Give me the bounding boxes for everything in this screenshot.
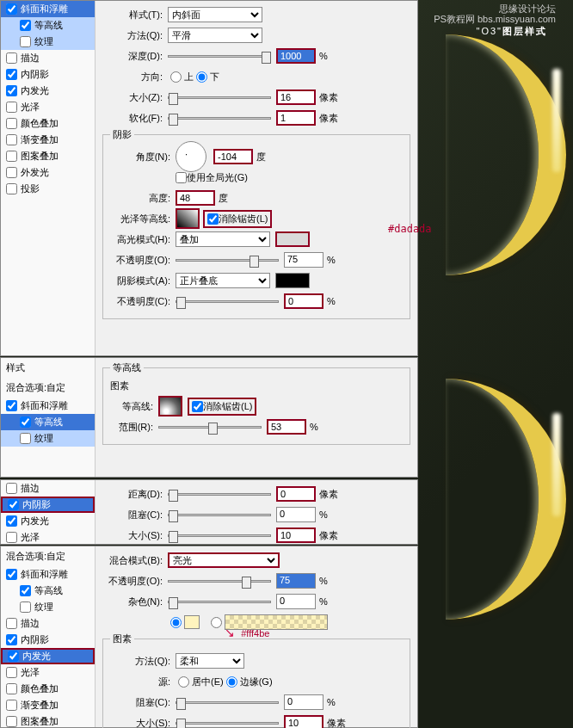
size4-input[interactable]: 10 [284,715,323,728]
sidebar-item-颜色叠加[interactable]: 颜色叠加 [1,115,95,132]
sidebar-check[interactable] [6,667,17,678]
opacity-input[interactable]: 75 [284,252,323,268]
choke4-input[interactable]: 0 [284,694,323,710]
method-select[interactable]: 平滑 [168,28,262,43]
sidebar-item-内发光[interactable]: 内发光 [1,513,95,529]
shadow-mode-select[interactable]: 正片叠底 [176,273,270,288]
blend-select[interactable]: 亮光 [168,552,280,568]
sidebar-item-纹理[interactable]: 纹理 [1,34,95,50]
depth-input[interactable]: 1000 [276,48,316,64]
glow-color-radio[interactable] [170,617,182,628]
soften-slider[interactable] [168,117,271,120]
antialias-check[interactable] [207,213,219,225]
opacity2-input[interactable]: 0 [284,293,323,309]
shadow-swatch[interactable] [275,273,310,288]
sidebar-check[interactable] [20,585,31,596]
hilite-select[interactable]: 叠加 [176,231,270,247]
method4-select[interactable]: 柔和 [176,653,244,669]
sidebar-item-内发光[interactable]: 内发光 [1,83,95,99]
sidebar-item-描边[interactable]: 描边 [1,50,95,66]
antialias-check-2[interactable] [192,401,203,412]
size-slider[interactable] [168,96,271,99]
choke-slider[interactable] [168,514,271,516]
sidebar-item-内阴影[interactable]: 内阴影 [1,632,95,648]
sidebar-item-描边[interactable]: 描边 [1,480,95,497]
size4-slider[interactable] [176,722,279,725]
sidebar-check[interactable] [6,400,17,411]
sidebar-check[interactable] [6,52,17,64]
sidebar-check[interactable] [20,20,31,31]
sidebar-item-斜面和浮雕[interactable]: 斜面和浮雕 [1,398,95,414]
range-slider[interactable] [158,426,262,429]
sidebar-item-等高线[interactable]: 等高线 [1,583,95,599]
opacity-slider[interactable] [176,259,279,262]
sidebar-item-斜面和浮雕[interactable]: 斜面和浮雕 [1,566,95,583]
sidebar-item-斜面和浮雕[interactable]: 斜面和浮雕 [1,1,95,17]
sidebar-check[interactable] [6,618,17,629]
soften-input[interactable]: 1 [276,110,316,126]
sidebar-check[interactable] [6,569,17,580]
sidebar-check[interactable] [6,716,17,727]
sidebar-item-颜色叠加[interactable]: 颜色叠加 [1,681,95,697]
sidebar-check[interactable] [20,602,31,613]
sidebar-check[interactable] [6,683,17,694]
depth-slider[interactable] [168,55,271,58]
opacity4-input[interactable]: 75 [276,573,316,589]
sidebar-item-等高线[interactable]: 等高线 [1,17,95,34]
sidebar-item-纹理[interactable]: 纹理 [1,430,95,447]
sidebar-item-内发光[interactable]: 内发光 [1,648,95,664]
global-light-check[interactable] [176,172,187,183]
choke4-slider[interactable] [176,701,279,704]
style-select[interactable]: 内斜面 [168,7,262,22]
source-edge-radio[interactable] [226,676,237,688]
sidebar-item-渐变叠加[interactable]: 渐变叠加 [1,132,95,148]
sidebar-check[interactable] [6,118,17,129]
dir-up-radio[interactable] [170,71,182,83]
sidebar-item-描边[interactable]: 描边 [1,615,95,632]
sidebar-item-渐变叠加[interactable]: 渐变叠加 [1,697,95,713]
sidebar-item-图案叠加[interactable]: 图案叠加 [1,148,95,164]
sidebar-check[interactable] [6,700,17,711]
sidebar-item-光泽[interactable]: 光泽 [1,529,95,546]
sidebar-check[interactable] [6,102,17,113]
noise-input[interactable]: 0 [276,594,316,609]
angle-input[interactable]: -104 [213,149,253,164]
sidebar-check[interactable] [6,532,17,543]
choke-input[interactable]: 0 [276,507,316,522]
altitude-input[interactable]: 48 [176,190,215,206]
glow-gradient-radio[interactable] [211,617,222,628]
noise-slider[interactable] [168,601,271,603]
range-input[interactable]: 53 [267,419,306,435]
sidebar-check[interactable] [6,151,17,162]
sidebar-item-纹理[interactable]: 纹理 [1,599,95,615]
size3-input[interactable]: 10 [276,527,316,543]
size-input[interactable]: 16 [276,89,316,105]
sidebar-item-内阴影[interactable]: 内阴影 [1,66,95,83]
sidebar-check[interactable] [20,416,31,428]
source-center-radio[interactable] [178,676,189,688]
sidebar-check[interactable] [8,651,19,662]
sidebar-check[interactable] [6,3,17,15]
gloss-contour-thumb[interactable] [176,208,200,229]
sidebar-item-等高线[interactable]: 等高线 [1,414,95,430]
size3-slider[interactable] [168,534,271,537]
sidebar-check[interactable] [20,36,31,47]
sidebar-check[interactable] [6,183,17,194]
sidebar-check[interactable] [6,515,17,527]
glow-color-swatch[interactable] [184,615,200,629]
contour-thumb[interactable] [158,396,182,416]
sidebar-check[interactable] [6,134,17,145]
sidebar-item-投影[interactable]: 投影 [1,181,95,197]
sidebar-check[interactable] [6,85,17,96]
sidebar-item-光泽[interactable]: 光泽 [1,664,95,681]
sidebar-check[interactable] [6,167,17,178]
sidebar-item-内阴影[interactable]: 内阴影 [1,497,95,513]
dir-down-radio[interactable] [196,71,207,83]
sidebar-item-图案叠加[interactable]: 图案叠加 [1,713,95,728]
dist-slider[interactable] [168,493,271,496]
sidebar-item-外发光[interactable]: 外发光 [1,164,95,181]
angle-dial[interactable]: · [176,141,206,172]
dist-input[interactable]: 0 [276,486,316,502]
sidebar-check[interactable] [6,634,17,645]
opacity4-slider[interactable] [168,580,271,583]
